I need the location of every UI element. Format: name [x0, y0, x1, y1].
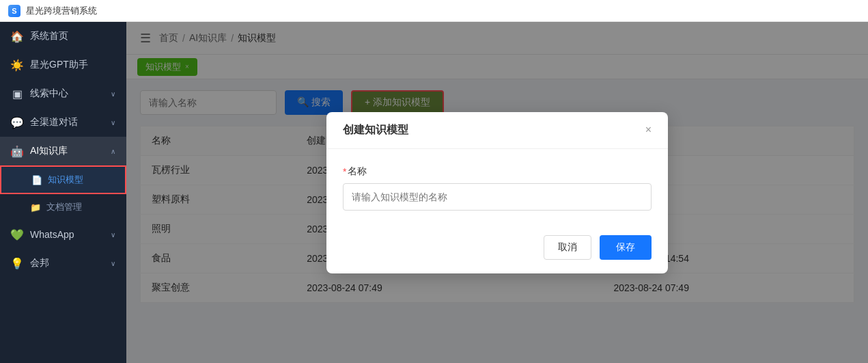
modal-name-input[interactable]	[343, 183, 652, 211]
sidebar-subitem-knowledge-model[interactable]: 📄 知识模型	[0, 165, 126, 194]
leads-icon: ▣	[11, 88, 23, 100]
save-button[interactable]: 保存	[600, 235, 652, 260]
title-bar: S 星光跨境营销系统	[0, 0, 868, 22]
channels-chevron-icon: ∨	[111, 119, 115, 126]
app-name: 星光跨境营销系统	[26, 5, 97, 17]
channels-icon: 💬	[11, 116, 23, 129]
huibang-icon: 💡	[11, 257, 23, 269]
create-modal: 创建知识模型 × * 名称 取消 保存	[326, 112, 668, 273]
sidebar: 🏠 系统首页 ☀️ 星光GPT助手 ▣ 线索中心 ∨ 💬 全渠道对话 ∨ 🤖 A…	[0, 22, 126, 363]
sidebar-label-whatsapp: WhatsApp	[30, 229, 104, 240]
sidebar-subitem-doc-mgmt[interactable]: 📁 文档管理	[0, 194, 126, 220]
leads-chevron-icon: ∨	[111, 90, 115, 98]
required-star: *	[343, 166, 346, 177]
ai-chevron-icon: ∧	[111, 148, 115, 155]
sidebar-label-channels: 全渠道对话	[30, 116, 104, 129]
name-label-text: 名称	[348, 165, 367, 178]
sidebar-label-gpt: 星光GPT助手	[30, 59, 115, 71]
sidebar-label-knowledge-model: 知识模型	[48, 174, 83, 186]
home-icon: 🏠	[11, 30, 23, 42]
sidebar-label-home: 系统首页	[30, 30, 115, 42]
modal-header: 创建知识模型 ×	[326, 112, 668, 149]
knowledge-model-icon: 📄	[31, 175, 42, 185]
sidebar-label-ai: AI知识库	[30, 145, 104, 157]
modal-footer: 取消 保存	[326, 227, 668, 273]
modal-body: * 名称	[326, 149, 668, 227]
ai-icon: 🤖	[11, 145, 23, 157]
sidebar-item-channels[interactable]: 💬 全渠道对话 ∨	[0, 108, 126, 137]
sidebar-item-huibang[interactable]: 💡 会邦 ∨	[0, 249, 126, 278]
sidebar-item-gpt[interactable]: ☀️ 星光GPT助手	[0, 51, 126, 79]
app-logo: S	[8, 5, 20, 17]
modal-title: 创建知识模型	[343, 123, 408, 137]
sidebar-item-ai[interactable]: 🤖 AI知识库 ∧	[0, 137, 126, 165]
sidebar-item-leads[interactable]: ▣ 线索中心 ∨	[0, 79, 126, 108]
modal-close-button[interactable]: ×	[645, 124, 652, 135]
whatsapp-icon: 💚	[11, 228, 23, 241]
doc-mgmt-icon: 📁	[30, 202, 41, 213]
huibang-chevron-icon: ∨	[111, 260, 115, 267]
sidebar-label-leads: 线索中心	[30, 88, 104, 100]
form-name-label: * 名称	[343, 165, 652, 178]
whatsapp-chevron-icon: ∨	[111, 231, 115, 239]
modal-overlay[interactable]: 创建知识模型 × * 名称 取消 保存	[126, 22, 868, 363]
content-area: ☰ 首页 / AI知识库 / 知识模型 知识模型 × 🔍 搜索	[126, 22, 868, 363]
sidebar-label-huibang: 会邦	[30, 257, 104, 269]
sidebar-label-doc-mgmt: 文档管理	[46, 201, 82, 213]
sidebar-item-whatsapp[interactable]: 💚 WhatsApp ∨	[0, 220, 126, 249]
sidebar-item-home[interactable]: 🏠 系统首页	[0, 22, 126, 51]
gpt-icon: ☀️	[11, 59, 23, 71]
cancel-button[interactable]: 取消	[544, 235, 591, 260]
